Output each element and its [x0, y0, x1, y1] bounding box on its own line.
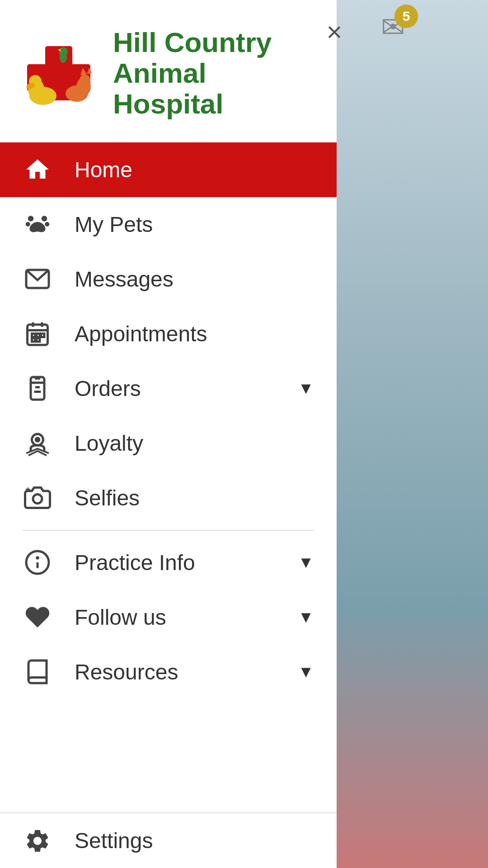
logo-title-line1: Hill Country — [113, 27, 319, 58]
nav-item-my-pets[interactable]: My Pets — [0, 197, 337, 252]
nav-item-practice-info[interactable]: Practice Info ▼ — [0, 535, 337, 590]
close-button[interactable]: × — [316, 14, 352, 50]
resources-chevron-icon: ▼ — [298, 662, 314, 681]
paw-icon — [23, 210, 52, 239]
nav-item-follow-us[interactable]: Follow us ▼ — [0, 590, 337, 645]
nav-item-settings[interactable]: Settings — [0, 812, 337, 868]
nav-item-appointments[interactable]: Appointments — [0, 307, 337, 361]
notification-badge: 5 — [394, 5, 418, 28]
nav-item-follow-us-label: Follow us — [75, 605, 275, 630]
logo-text: Hill Country Animal Hospital — [113, 27, 319, 120]
svg-rect-27 — [36, 338, 40, 342]
svg-point-12 — [60, 52, 67, 63]
nav-divider — [23, 530, 314, 531]
nav-item-my-pets-label: My Pets — [75, 212, 314, 237]
loyalty-icon — [23, 429, 52, 458]
svg-rect-26 — [32, 338, 35, 342]
practice-info-chevron-icon: ▼ — [298, 553, 314, 572]
info-icon — [23, 548, 52, 577]
follow-us-chevron-icon: ▼ — [298, 608, 314, 627]
nav-item-selfies[interactable]: Selfies — [0, 471, 337, 525]
nav-item-practice-info-label: Practice Info — [75, 550, 275, 575]
settings-label: Settings — [75, 828, 153, 853]
nav-drawer: Hill Country Animal Hospital Home — [0, 0, 337, 868]
nav-item-home[interactable]: Home — [0, 142, 337, 197]
svg-rect-23 — [32, 334, 35, 337]
camera-star-icon — [23, 483, 52, 513]
orders-chevron-icon: ▼ — [298, 379, 314, 398]
svg-point-34 — [33, 495, 42, 504]
svg-point-15 — [41, 216, 47, 222]
svg-point-16 — [25, 222, 30, 226]
nav-item-messages-label: Messages — [75, 267, 314, 292]
heart-icon — [23, 603, 52, 632]
svg-rect-25 — [41, 334, 44, 337]
orders-icon — [23, 374, 52, 403]
nav-item-resources-label: Resources — [75, 660, 275, 684]
nav-item-selfies-label: Selfies — [75, 486, 314, 510]
messages-icon — [23, 264, 52, 294]
nav-list: Home My Pets Me — [0, 142, 337, 812]
svg-point-33 — [34, 437, 40, 443]
logo-title-line2: Animal Hospital — [113, 58, 319, 119]
nav-item-orders[interactable]: Orders ▼ — [0, 361, 337, 416]
close-icon: × — [326, 16, 342, 47]
nav-item-orders-label: Orders — [75, 376, 275, 401]
svg-point-8 — [80, 75, 90, 85]
nav-item-messages[interactable]: Messages — [0, 252, 337, 307]
svg-point-14 — [28, 216, 33, 222]
svg-rect-24 — [36, 334, 40, 337]
logo-icon — [18, 33, 99, 114]
nav-item-loyalty[interactable]: Loyalty — [0, 416, 337, 471]
gear-icon — [23, 826, 52, 855]
nav-item-home-label: Home — [75, 157, 314, 182]
nav-item-resources[interactable]: Resources ▼ — [0, 645, 337, 699]
logo-area: Hill Country Animal Hospital — [0, 0, 337, 142]
nav-item-appointments-label: Appointments — [75, 321, 314, 346]
calendar-icon — [23, 319, 52, 349]
home-icon — [23, 155, 52, 184]
nav-item-loyalty-label: Loyalty — [75, 431, 314, 456]
book-icon — [23, 657, 52, 687]
svg-point-17 — [45, 222, 49, 226]
